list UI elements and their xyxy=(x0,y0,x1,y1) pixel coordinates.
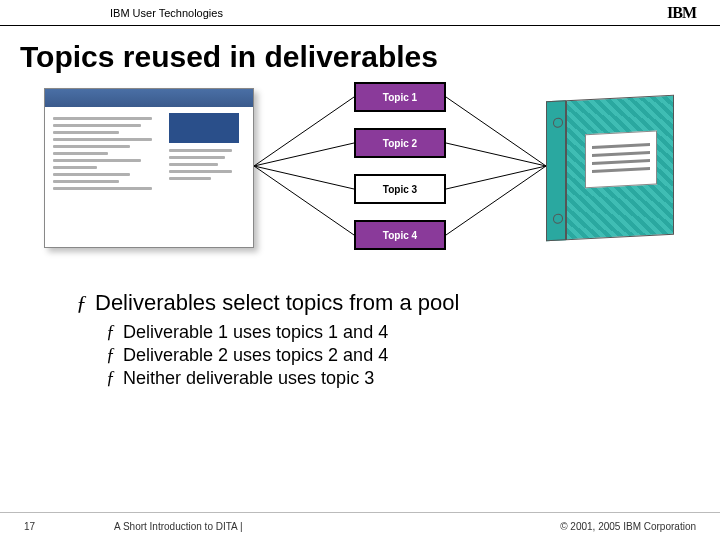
topic-2-box: Topic 2 xyxy=(354,128,446,158)
bullet-marker-icon: ƒ xyxy=(106,368,115,388)
deliverable-2-binder xyxy=(546,95,674,242)
header-org: IBM User Technologies xyxy=(110,7,223,19)
connector-left xyxy=(254,82,354,282)
connector-right xyxy=(446,82,546,282)
bullet-sub: ƒNeither deliverable uses topic 3 xyxy=(106,368,720,389)
svg-line-7 xyxy=(446,166,546,235)
bullet-list: ƒDeliverables select topics from a pool … xyxy=(76,290,720,389)
svg-line-1 xyxy=(254,143,354,166)
page-number: 17 xyxy=(24,521,84,532)
copyright: © 2001, 2005 IBM Corporation xyxy=(560,521,696,532)
svg-line-4 xyxy=(446,97,546,166)
header: IBM User Technologies IBM xyxy=(0,0,720,26)
bullet-sub: ƒDeliverable 2 uses topics 2 and 4 xyxy=(106,345,720,366)
svg-line-5 xyxy=(446,143,546,166)
footer-title: A Short Introduction to DITA | xyxy=(84,521,560,532)
footer: 17 A Short Introduction to DITA | © 2001… xyxy=(0,512,720,540)
topic-1-box: Topic 1 xyxy=(354,82,446,112)
ibm-logo: IBM xyxy=(667,4,696,22)
deliverable-1-thumbnail xyxy=(44,88,254,248)
topic-4-box: Topic 4 xyxy=(354,220,446,250)
bullet-sub: ƒDeliverable 1 uses topics 1 and 4 xyxy=(106,322,720,343)
svg-line-3 xyxy=(254,166,354,235)
bullet-marker-icon: ƒ xyxy=(106,322,115,342)
bullet-marker-icon: ƒ xyxy=(106,345,115,365)
svg-line-6 xyxy=(446,166,546,189)
bullet-main: ƒDeliverables select topics from a pool xyxy=(76,290,720,316)
svg-line-2 xyxy=(254,166,354,189)
diagram: Topic 1 Topic 2 Topic 3 Topic 4 xyxy=(20,82,700,282)
topic-3-box: Topic 3 xyxy=(354,174,446,204)
slide-title: Topics reused in deliverables xyxy=(0,26,720,82)
svg-line-0 xyxy=(254,97,354,166)
bullet-marker-icon: ƒ xyxy=(76,290,87,315)
